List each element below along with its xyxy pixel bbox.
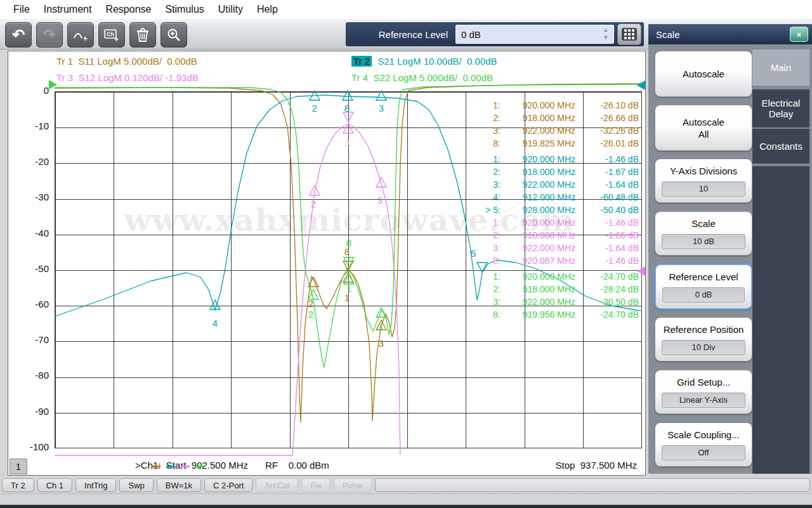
reference-level-spinner[interactable]: ▲▼ xyxy=(599,26,612,41)
trace3-color-swatch xyxy=(181,466,190,467)
status-strip xyxy=(0,493,812,505)
marker-number-label: 3 xyxy=(377,195,383,205)
grid-setup-button[interactable]: Grid Setup...Linear Y-Axis xyxy=(655,370,752,414)
status-bar: Tr 2Ch 1IntTrigSwpBW=1kC 2-PortSrcCalFix… xyxy=(0,477,812,493)
reference-position-button[interactable]: Reference Position10 Div xyxy=(655,317,752,361)
keypad-button[interactable] xyxy=(617,23,641,45)
channel-number-badge[interactable]: 1 xyxy=(10,459,27,474)
spinner-up-icon[interactable]: ▲ xyxy=(603,27,609,33)
trace2-header[interactable]: Tr 2S21 LogM 10.00dB/ 0.00dB xyxy=(351,56,497,67)
marker-number-label: 2 xyxy=(308,309,313,320)
add-trace-button[interactable]: + xyxy=(67,22,94,48)
scale-button[interactable]: Scale10 dB xyxy=(655,211,752,256)
redo-button[interactable]: ↷ xyxy=(36,22,63,48)
trace1-color-swatch xyxy=(152,466,160,467)
tab-electrical-delay[interactable]: Electrical Delay xyxy=(752,89,809,127)
trace3-header[interactable]: Tr 3 S12 LogM 0.120dB/ -1.93dB xyxy=(56,72,199,83)
redo-icon: ↷ xyxy=(43,27,56,42)
svg-text:Ch: Ch xyxy=(107,31,114,37)
marker-number-label: 8 xyxy=(346,237,351,248)
autoscale-all-button[interactable]: Autoscale All xyxy=(655,105,752,151)
marker-triangle[interactable] xyxy=(343,91,353,100)
marker-number-label: 3 xyxy=(379,338,384,349)
tab-main[interactable]: Main xyxy=(752,49,809,86)
marker-row: 3:922.000 MHz-1.64 dB xyxy=(442,243,639,256)
svg-text:+: + xyxy=(114,35,119,42)
trace2-color-swatch xyxy=(166,466,175,467)
close-icon: × xyxy=(797,30,802,39)
marker-number-label: 2 xyxy=(312,103,317,114)
marker-row: 2:918.000 MHz-1.66 dB xyxy=(442,230,639,243)
menu-item[interactable]: File xyxy=(6,4,37,15)
status-segment[interactable]: Swp xyxy=(119,478,153,492)
status-segment[interactable]: Ch 1 xyxy=(37,478,72,492)
marker-row: 1:920.000 MHz-1.46 dB xyxy=(442,154,639,167)
marker-table-trace4: 1:920.000 MHz-24.70 dB2:918.000 MHz-28.2… xyxy=(442,271,639,322)
tab-constants[interactable]: Constants xyxy=(752,129,809,164)
window-bottom-edge xyxy=(0,505,812,508)
reference-position-arrow xyxy=(637,81,645,90)
panel-title: Scale xyxy=(656,29,790,40)
marker-triangle[interactable] xyxy=(376,178,386,187)
autoscale-button[interactable]: Autoscale xyxy=(655,51,752,97)
undo-icon: ↶ xyxy=(12,27,25,42)
marker-number-label: 3 xyxy=(379,103,384,114)
delete-trace-button[interactable] xyxy=(129,22,156,48)
reference-level-input[interactable] xyxy=(456,29,594,41)
reference-level-value: 0 dB xyxy=(662,287,745,303)
marker-triangle[interactable] xyxy=(343,112,353,122)
marker-number-label: 2 xyxy=(311,199,316,209)
vna-application-window: FileInstrumentResponseStimulusUtilityHel… xyxy=(0,0,812,508)
marker-row: 3:922.000 MHz-1.64 dB xyxy=(442,179,639,192)
plot-area[interactable]: Tr 1 S11 LogM 5.000dB/ 0.00dB Tr 2S21 Lo… xyxy=(8,51,646,476)
marker-triangle[interactable] xyxy=(376,91,386,100)
zoom-button[interactable] xyxy=(160,22,187,48)
menu-item[interactable]: Response xyxy=(98,4,158,15)
status-segment[interactable]: Fix xyxy=(301,478,330,492)
status-segment[interactable]: BW=1k xyxy=(157,478,201,492)
rf-power-label[interactable]: RF 0.00 dBm xyxy=(265,460,329,471)
undo-button[interactable]: ↶ xyxy=(5,22,32,48)
menu-item[interactable]: Instrument xyxy=(37,4,99,15)
panel-close-button[interactable]: × xyxy=(790,27,808,42)
keypad-icon xyxy=(622,28,637,41)
sweep-stop-label[interactable]: Stop 937.500 MHz xyxy=(556,460,637,471)
reference-level-label: Reference Level xyxy=(379,29,448,40)
active-trace-badge: Tr 2 xyxy=(351,56,372,67)
status-segment[interactable] xyxy=(375,478,810,492)
status-segment[interactable]: IntTrig xyxy=(75,478,116,492)
marker-row: 2:918.000 MHz-1.67 dB xyxy=(442,167,639,179)
reference-position-value: 10 Div xyxy=(662,340,745,355)
marker-table-trace3: 1:920.000 MHz-1.46 dB2:918.000 MHz-1.66 … xyxy=(442,218,639,268)
menu-item[interactable]: Utility xyxy=(211,4,250,15)
scale-value: 10 dB xyxy=(662,234,745,249)
status-segment[interactable]: C 2-Port xyxy=(204,478,252,492)
marker-row: 3:922.000 MHz-32.26 dB xyxy=(442,126,639,138)
menu-bar: FileInstrumentResponseStimulusUtilityHel… xyxy=(0,0,812,19)
trace4-color-swatch xyxy=(195,466,204,467)
y-axis-divisions-button[interactable]: Y-Axis Divisions10 xyxy=(655,159,752,203)
reference-level-bar: Reference Level ▲▼ xyxy=(346,22,644,46)
spinner-down-icon[interactable]: ▼ xyxy=(603,35,609,41)
status-segment[interactable]: Pulse xyxy=(334,478,372,492)
menu-item[interactable]: Stimulus xyxy=(158,4,211,15)
zoom-in-icon xyxy=(166,27,181,42)
svg-text:+: + xyxy=(83,34,88,42)
marker-row: 1:920.000 MHz-1.46 dB xyxy=(442,218,639,230)
reference-level-button[interactable]: Reference Level0 dB xyxy=(655,264,752,309)
trace4-header[interactable]: Tr 4 S22 LogM 5.000dB/ 0.00dB xyxy=(351,72,493,83)
trace1-header[interactable]: Tr 1 S11 LogM 5.000dB/ 0.00dB xyxy=(56,56,197,67)
marker-triangle[interactable] xyxy=(210,300,220,309)
status-segment[interactable]: SrcCal xyxy=(256,478,298,492)
y-axis-divisions-value: 10 xyxy=(662,181,745,197)
marker-triangle[interactable] xyxy=(343,124,353,133)
scale-coupling-button[interactable]: Scale Coupling...Off xyxy=(655,422,752,467)
marker-row: 1:920.000 MHz-26.10 dB xyxy=(442,100,639,113)
scale-softpanel: Scale × Autoscale Autoscale All Y-Axis D… xyxy=(648,24,812,474)
menu-item[interactable]: Help xyxy=(250,4,285,15)
marker-row: 3:922.000 MHz-30.50 dB xyxy=(442,297,639,309)
panel-tab-column: Main Electrical Delay Constants xyxy=(752,47,809,474)
marker-number-label: 4 xyxy=(213,318,218,329)
status-segment[interactable]: Tr 2 xyxy=(2,478,34,492)
add-channel-button[interactable]: Ch+ xyxy=(98,22,125,48)
